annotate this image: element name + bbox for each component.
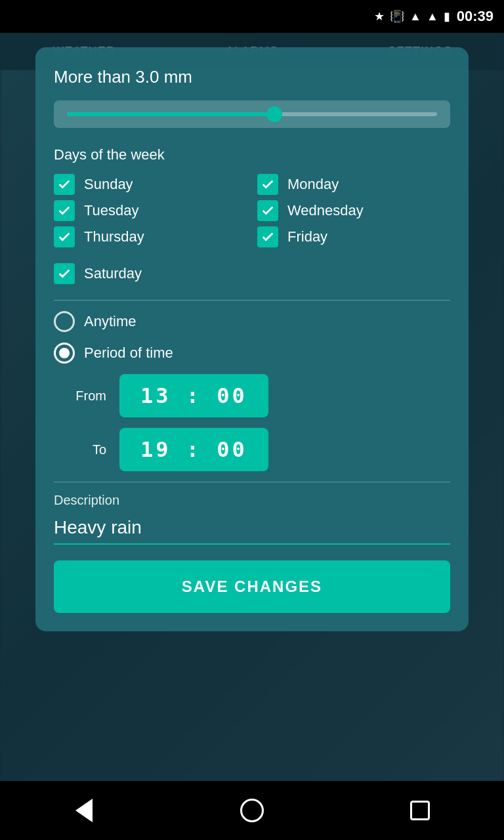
to-label: To — [54, 442, 106, 457]
dialog: More than 3.0 mm Days of the week Sunday — [35, 47, 469, 631]
recent-icon — [410, 801, 430, 820]
nav-bar — [0, 781, 504, 840]
checkbox-thursday[interactable] — [54, 226, 75, 247]
nav-recent-button[interactable] — [404, 794, 436, 827]
day-friday[interactable]: Friday — [257, 226, 450, 247]
divider-1 — [54, 300, 450, 301]
label-saturday: Saturday — [84, 265, 142, 282]
day-tuesday[interactable]: Tuesday — [54, 200, 247, 221]
save-changes-button[interactable]: SAVE CHANGES — [54, 560, 450, 613]
checkbox-friday[interactable] — [257, 226, 278, 247]
day-sunday[interactable]: Sunday — [54, 174, 247, 195]
wifi-icon: ▲ — [410, 10, 421, 24]
days-grid: Sunday Monday Tuesday — [54, 174, 450, 247]
from-row: From 13 : 00 — [54, 374, 450, 417]
home-icon — [240, 799, 264, 822]
dialog-overlay: More than 3.0 mm Days of the week Sunday — [0, 33, 504, 807]
radio-period-button[interactable] — [54, 343, 75, 364]
description-label: Description — [54, 493, 450, 508]
checkbox-wednesday[interactable] — [257, 200, 278, 221]
slider-thumb[interactable] — [266, 106, 282, 122]
radio-period[interactable]: Period of time — [54, 343, 450, 364]
radio-period-inner — [59, 348, 70, 358]
label-sunday: Sunday — [84, 176, 133, 193]
label-thursday: Thursday — [84, 228, 144, 245]
radio-anytime-label: Anytime — [84, 313, 136, 330]
checkbox-monday[interactable] — [257, 174, 278, 195]
checkbox-sunday[interactable] — [54, 174, 75, 195]
label-tuesday: Tuesday — [84, 202, 139, 219]
slider-container[interactable] — [54, 100, 450, 128]
from-label: From — [54, 388, 106, 404]
to-time-button[interactable]: 19 : 00 — [119, 428, 268, 471]
slider-track[interactable] — [67, 112, 437, 116]
status-bar: ★ 📳 ▲ ▲ ▮ 00:39 — [0, 0, 504, 33]
radio-anytime[interactable]: Anytime — [54, 311, 450, 332]
status-icons: ★ 📳 ▲ ▲ ▮ — [374, 9, 450, 24]
checkbox-tuesday[interactable] — [54, 200, 75, 221]
day-saturday[interactable]: Saturday — [54, 263, 450, 284]
dialog-title: More than 3.0 mm — [54, 67, 450, 87]
day-wednesday[interactable]: Wednesday — [257, 200, 450, 221]
description-value[interactable]: Heavy rain — [54, 517, 450, 545]
to-row: To 19 : 00 — [54, 428, 450, 471]
nav-back-button[interactable] — [68, 794, 100, 827]
battery-icon: ▮ — [444, 9, 450, 24]
days-section-label: Days of the week — [54, 146, 450, 163]
signal-icon: ▲ — [427, 10, 438, 24]
status-time: 00:39 — [457, 8, 494, 25]
label-monday: Monday — [287, 176, 339, 193]
day-thursday[interactable]: Thursday — [54, 226, 247, 247]
from-time-button[interactable]: 13 : 00 — [119, 374, 268, 417]
label-friday: Friday — [287, 228, 327, 245]
radio-period-label: Period of time — [84, 345, 173, 362]
bluetooth-icon: ★ — [374, 9, 385, 24]
slider-fill — [67, 112, 274, 116]
divider-2 — [54, 482, 450, 482]
nav-home-button[interactable] — [236, 794, 268, 827]
checkbox-saturday[interactable] — [54, 263, 75, 284]
vibrate-icon: 📳 — [390, 9, 404, 24]
radio-anytime-button[interactable] — [54, 311, 75, 332]
label-wednesday: Wednesday — [287, 202, 364, 219]
day-monday[interactable]: Monday — [257, 174, 450, 195]
back-icon — [75, 799, 93, 822]
